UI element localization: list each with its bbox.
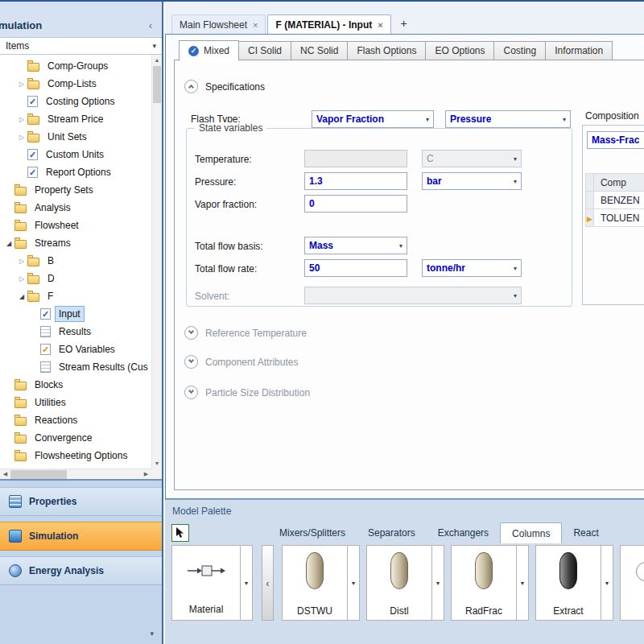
close-icon[interactable]: ×: [378, 20, 382, 30]
tree-container: Comp-Groups▷Comp-Lists✓Costing Options▷S…: [0, 55, 162, 479]
expand-section-icon[interactable]: [184, 326, 198, 340]
palette-tab-exchangers[interactable]: Exchangers: [427, 522, 500, 543]
palette-item-dropdown[interactable]: ▾: [348, 545, 360, 621]
tree-item-blocks[interactable]: Blocks: [0, 376, 151, 394]
palette-item-label: RadFrac: [465, 605, 502, 617]
tree-item-label: Custom Units: [42, 147, 108, 163]
total-flow-basis-select[interactable]: Mass ▾: [304, 237, 407, 254]
row-selector-cell[interactable]: ▶: [586, 209, 594, 227]
tree-vertical-scrollbar[interactable]: ▲ ▼: [151, 55, 162, 469]
expand-icon[interactable]: ▷: [16, 275, 27, 283]
palette-item-dropdown[interactable]: ▾: [432, 545, 444, 621]
tree-item-stream-price[interactable]: ▷Stream Price: [0, 110, 151, 128]
tree-item-analysis[interactable]: Analysis: [0, 199, 151, 217]
expand-icon[interactable]: ▷: [16, 80, 27, 88]
tree-item-costing-options[interactable]: ✓Costing Options: [0, 93, 151, 110]
energy-analysis-button[interactable]: Energy Analysis: [0, 556, 162, 585]
palette-model-mult[interactable]: Mult: [620, 545, 644, 621]
document-tab-main-flowsheet[interactable]: Main Flowsheet×: [171, 14, 266, 34]
vapor-fraction-input[interactable]: [304, 195, 407, 213]
tree-item-flowsheet[interactable]: Flowsheet: [0, 217, 151, 234]
caret-down-icon: ▾: [509, 265, 517, 272]
palette-model-dstwu[interactable]: DSTWU: [282, 545, 348, 621]
document-tab-f-material-input[interactable]: F (MATERIAL) - Input×: [267, 14, 390, 34]
scroll-right-icon[interactable]: ▶: [141, 471, 151, 477]
close-icon[interactable]: ×: [253, 20, 258, 30]
caret-down-icon[interactable]: ▾: [150, 626, 162, 644]
total-flow-rate-unit-select[interactable]: tonne/hr ▾: [422, 259, 522, 277]
palette-model-material[interactable]: Material: [171, 545, 241, 621]
palette-item-dropdown[interactable]: ▾: [241, 545, 253, 621]
scroll-up-icon[interactable]: ▲: [152, 55, 162, 65]
collapse-pane-icon[interactable]: ‹: [149, 19, 152, 31]
palette-item-dropdown[interactable]: ▾: [517, 545, 529, 621]
pressure-unit-select[interactable]: bar ▾: [422, 172, 522, 190]
tree-item-f[interactable]: ◢F: [0, 287, 151, 305]
new-tab-button[interactable]: +: [396, 16, 412, 32]
vertical-scrollbar-thumb[interactable]: [153, 66, 161, 103]
section-component-attributes: Component Attributes: [184, 355, 298, 369]
items-filter-dropdown[interactable]: Items ▾: [0, 37, 162, 55]
tree-item-comp-lists[interactable]: ▷Comp-Lists: [0, 75, 151, 93]
palette-tab-separators[interactable]: Separators: [357, 522, 427, 543]
simulation-button[interactable]: Simulation: [0, 522, 162, 551]
sheet-tab-eo-options[interactable]: EO Options: [426, 41, 494, 60]
palette-scroll-left-button[interactable]: ‹: [262, 545, 274, 621]
select-mode-button[interactable]: [171, 524, 189, 542]
component-row-toluen[interactable]: ▶TOLUEN: [586, 209, 644, 227]
composition-basis-select[interactable]: Mass-Frac ▾: [587, 131, 644, 149]
palette-model-distl[interactable]: Distl: [366, 545, 432, 621]
tree-item-d[interactable]: ▷D: [0, 270, 151, 287]
horizontal-scrollbar-thumb[interactable]: [10, 470, 67, 479]
component-row-benzen[interactable]: BENZEN: [586, 192, 644, 209]
collapse-icon[interactable]: ◢: [16, 293, 27, 300]
tree-item-eo-variables[interactable]: ✓EO Variables: [0, 341, 151, 358]
expand-icon[interactable]: ▷: [16, 258, 27, 265]
tree-item-input[interactable]: ✓Input: [0, 305, 151, 323]
sheet-tab-costing[interactable]: Costing: [494, 41, 546, 60]
tree-item-convergence[interactable]: Convergence: [0, 429, 151, 447]
expand-section-icon[interactable]: [184, 355, 198, 369]
flash-type-select-1[interactable]: Vapor Fraction ▾: [312, 110, 434, 128]
tab-label: Separators: [368, 527, 415, 539]
tree-item-results[interactable]: Results: [0, 323, 151, 341]
row-selector-cell[interactable]: [586, 192, 594, 209]
tree-item-custom-units[interactable]: ✓Custom Units: [0, 146, 151, 163]
tree-item-stream-results-cus[interactable]: Stream Results (Cus: [0, 358, 151, 376]
collapse-icon[interactable]: ◢: [3, 240, 14, 247]
tree-item-reactions[interactable]: Reactions: [0, 411, 151, 429]
component-column-header[interactable]: Comp: [593, 174, 644, 192]
tree-item-property-sets[interactable]: Property Sets: [0, 181, 151, 199]
palette-tab-mixers-splitters[interactable]: Mixers/Splitters: [268, 522, 357, 543]
tree-item-comp-groups[interactable]: Comp-Groups: [0, 57, 151, 75]
tree-item-report-options[interactable]: ✓Report Options: [0, 163, 151, 181]
scroll-left-icon[interactable]: ◀: [0, 471, 10, 477]
tree-item-unit-sets[interactable]: ▷Unit Sets: [0, 128, 151, 146]
sheet-tab-nc-solid[interactable]: NC Solid: [291, 41, 348, 60]
sheet-tab-mixed[interactable]: ✓Mixed: [179, 40, 239, 61]
sheet-tab-ci-solid[interactable]: CI Solid: [239, 41, 291, 60]
expand-icon[interactable]: ▷: [16, 134, 27, 141]
palette-model-radfrac[interactable]: RadFrac: [451, 545, 517, 621]
properties-button[interactable]: Properties: [0, 487, 162, 516]
pressure-input[interactable]: [304, 172, 407, 190]
sheet-tab-information[interactable]: Information: [546, 41, 613, 60]
flash-type-select-2[interactable]: Pressure ▾: [445, 110, 571, 128]
tree-item-b[interactable]: ▷B: [0, 252, 151, 270]
sheet-tab-flash-options[interactable]: Flash Options: [348, 41, 426, 60]
expand-section-icon[interactable]: [184, 386, 198, 399]
palette-model-extract[interactable]: Extract: [535, 545, 601, 621]
tree-item-flowsheeting-options[interactable]: Flowsheeting Options: [0, 447, 151, 464]
tree-horizontal-scrollbar[interactable]: ◀ ▶: [0, 469, 151, 479]
palette-tab-react[interactable]: React: [562, 522, 609, 543]
tree-item-streams[interactable]: ◢Streams: [0, 234, 151, 252]
tab-label: F (MATERIAL) - Input: [275, 19, 372, 31]
temperature-unit-value: C: [427, 153, 434, 164]
tree-item-utilities[interactable]: Utilities: [0, 394, 151, 411]
expand-icon[interactable]: ▷: [16, 116, 27, 123]
palette-item-dropdown[interactable]: ▾: [601, 545, 613, 621]
collapse-section-icon[interactable]: [184, 80, 198, 93]
palette-tab-columns[interactable]: Columns: [500, 522, 562, 543]
scroll-down-icon[interactable]: ▼: [152, 458, 162, 469]
total-flow-rate-input[interactable]: [304, 259, 407, 277]
